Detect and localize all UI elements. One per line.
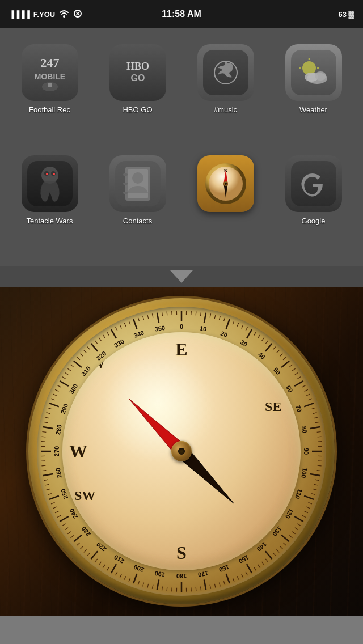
svg-line-221 <box>55 389 58 391</box>
bottom-area <box>0 616 363 644</box>
svg-line-219 <box>51 399 54 400</box>
app-item-music[interactable]: #music <box>182 39 269 150</box>
svg-line-137 <box>237 576 239 579</box>
svg-line-105 <box>315 480 319 480</box>
svg-text:280: 280 <box>54 424 63 435</box>
svg-line-58 <box>237 323 239 326</box>
compass-display: .tick-major { stroke: #2a1808; stroke-wi… <box>0 287 363 616</box>
svg-point-0 <box>63 15 65 18</box>
app-item-247[interactable]: 247 MOBILE Football Rec <box>6 39 94 150</box>
svg-line-211 <box>43 427 53 429</box>
svg-line-91 <box>310 427 320 429</box>
svg-line-52 <box>214 315 216 319</box>
svg-line-106 <box>314 484 318 485</box>
svg-line-159 <box>152 585 153 589</box>
svg-line-195 <box>48 493 52 494</box>
svg-line-243 <box>116 327 117 331</box>
svg-line-222 <box>57 385 61 387</box>
svg-line-103 <box>310 474 320 476</box>
svg-line-84 <box>308 399 311 400</box>
svg-line-108 <box>311 493 315 494</box>
app-grid: 247 MOBILE Football Rec HBO GO HBO GO <box>0 28 363 266</box>
app-item-compass[interactable]: N <box>182 150 269 261</box>
svg-line-87 <box>311 408 315 409</box>
app-label-music: #music <box>214 105 237 114</box>
svg-line-147 <box>201 587 201 591</box>
svg-line-102 <box>317 471 321 471</box>
svg-line-189 <box>57 515 61 517</box>
down-arrow-icon <box>170 270 193 283</box>
svg-line-85 <box>304 403 314 406</box>
app-icon-hbo: HBO GO <box>109 44 166 101</box>
svg-line-163 <box>133 574 137 583</box>
svg-line-49 <box>204 313 206 323</box>
app-icon-compass: N <box>197 155 254 212</box>
svg-line-244 <box>120 325 121 328</box>
svg-text:HBO: HBO <box>126 61 149 72</box>
svg-line-143 <box>214 584 216 588</box>
svg-line-81 <box>302 385 306 387</box>
svg-point-6 <box>48 83 52 87</box>
svg-line-214 <box>45 417 49 418</box>
svg-point-30 <box>132 172 143 184</box>
svg-point-26 <box>53 173 55 175</box>
app-label-contacts: Contacts <box>123 217 152 225</box>
svg-line-190 <box>55 511 58 513</box>
svg-text:MOBILE: MOBILE <box>34 72 65 81</box>
svg-line-54 <box>223 317 225 321</box>
svg-line-160 <box>147 584 149 588</box>
svg-point-25 <box>46 173 48 175</box>
svg-text:0: 0 <box>180 323 183 330</box>
svg-line-246 <box>129 321 130 324</box>
svg-line-155 <box>167 587 167 591</box>
svg-text:170: 170 <box>197 570 209 578</box>
svg-line-253 <box>157 313 159 323</box>
svg-line-161 <box>143 583 144 587</box>
app-item-google[interactable]: Google <box>269 150 357 261</box>
compass-hub <box>171 441 192 461</box>
svg-line-148 <box>196 587 196 591</box>
svg-line-135 <box>246 572 247 575</box>
app-label-tentacle: Tentacle Wars <box>27 217 73 225</box>
svg-line-251 <box>147 315 149 319</box>
app-icon-weather <box>285 44 342 101</box>
svg-line-192 <box>51 502 54 504</box>
app-icon-google <box>285 155 342 212</box>
svg-line-157 <box>157 580 159 590</box>
wifi-icon <box>58 9 70 20</box>
svg-text:10: 10 <box>199 324 207 332</box>
time-display: 11:58 AM <box>162 9 201 19</box>
svg-line-201 <box>42 471 46 471</box>
svg-text:190: 190 <box>154 570 166 578</box>
compass-face: E NE SE S SW W NW <box>62 332 301 570</box>
svg-line-249 <box>138 317 139 321</box>
page-indicator <box>0 266 363 287</box>
svg-rect-32 <box>123 183 128 185</box>
app-item-weather[interactable]: Weather <box>269 39 357 150</box>
svg-line-82 <box>305 389 308 391</box>
status-left: ▐▐▐▐ F.YOU <box>9 9 82 20</box>
svg-line-145 <box>204 580 206 590</box>
svg-line-168 <box>116 572 117 575</box>
app-item-hbo[interactable]: HBO GO HBO GO <box>94 39 182 150</box>
svg-line-109 <box>304 496 314 499</box>
svg-line-88 <box>313 413 317 414</box>
svg-line-90 <box>315 422 319 422</box>
app-item-contacts[interactable]: Contacts <box>94 150 182 261</box>
svg-line-210 <box>42 431 46 432</box>
svg-line-220 <box>53 394 56 396</box>
svg-line-53 <box>219 316 220 320</box>
svg-line-111 <box>308 502 311 504</box>
circle-icon <box>73 9 82 20</box>
svg-line-51 <box>210 313 210 317</box>
svg-line-247 <box>133 319 137 329</box>
svg-line-138 <box>233 578 234 581</box>
svg-line-215 <box>47 413 50 414</box>
svg-line-167 <box>120 574 121 578</box>
app-icon-247: 247 MOBILE <box>22 44 78 101</box>
svg-line-55 <box>226 319 230 329</box>
svg-line-216 <box>48 408 52 409</box>
compass-outer-ring: .tick-major { stroke: #2a1808; stroke-wi… <box>28 298 335 604</box>
app-item-tentacle[interactable]: Tentacle Wars <box>6 150 94 261</box>
svg-line-198 <box>44 480 48 480</box>
